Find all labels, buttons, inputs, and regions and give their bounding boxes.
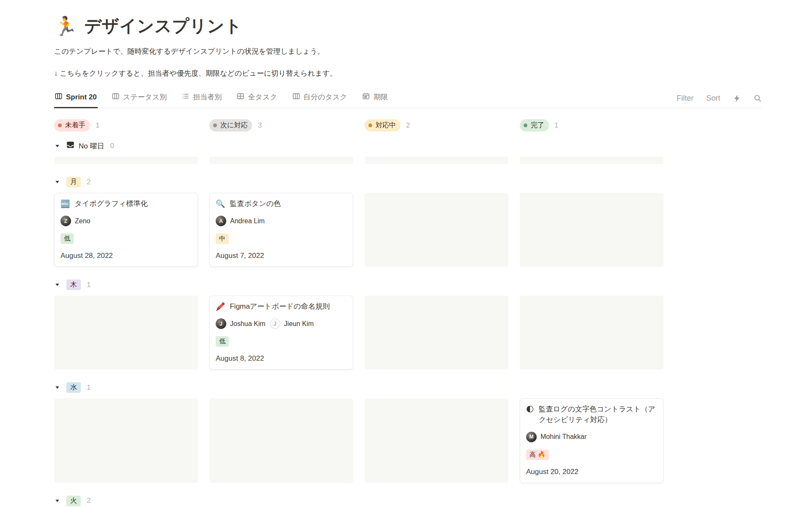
priority-tag: 低: [216, 336, 229, 347]
card-priority-row: 低: [216, 336, 347, 347]
column-count: 1: [554, 121, 558, 130]
priority-tag: 高 🔥: [526, 449, 549, 460]
card-priority-row: 低: [60, 233, 192, 244]
task-card[interactable]: 🖍️ Figmaアートボードの命名規則 J Joshua Kim J Jieun…: [209, 296, 353, 370]
group-thursday: 木 1 🖍️ Figmaアートボードの命名規則 J Joshua Kim: [54, 280, 664, 370]
board-icon: [55, 93, 62, 102]
empty-cell: [365, 296, 508, 370]
empty-cell: [520, 193, 664, 267]
group-header: No 曜日 0: [54, 141, 664, 151]
chevron-down-icon[interactable]: [54, 498, 60, 504]
card-assignees: J Joshua Kim J Jieun Kim: [216, 318, 347, 329]
tab-label: 全タスク: [248, 92, 277, 102]
card-title: 🌓 監査ログの文字色コントラスト（アクセシビリティ対応）: [526, 404, 657, 425]
group-wednesday: 水 1 🌓 監査ログの文字色コントラスト（アクセシビリティ対応） M Mohin…: [54, 382, 664, 482]
assignee-name: Andrea Lim: [230, 217, 265, 225]
empty-column-strip: [54, 156, 198, 164]
group-row: 🌓 監査ログの文字色コントラスト（アクセシビリティ対応） M Mohini Th…: [54, 398, 664, 482]
status-pill[interactable]: 未着手: [54, 119, 90, 132]
empty-column-strip: [209, 156, 353, 164]
group-header: 水 1: [54, 382, 664, 393]
bolt-icon[interactable]: [733, 94, 741, 102]
card-priority-row: 中: [216, 233, 347, 244]
status-pill[interactable]: 次に対応: [209, 119, 252, 132]
empty-cell: [365, 398, 508, 482]
status-dot: [58, 123, 62, 127]
view-tabs: Sprint 20 ステータス別 担当者別 全タスク 自分のタスク 期限: [54, 90, 389, 108]
status-dot: [368, 123, 372, 127]
half-moon-icon: 🌓: [526, 404, 534, 425]
group-pill: 火: [66, 496, 81, 506]
tab-sprint-20[interactable]: Sprint 20: [54, 90, 98, 108]
group-count: 1: [87, 384, 91, 392]
group-count: 1: [87, 281, 91, 289]
avatar: A: [216, 216, 226, 226]
group-pill: 月: [66, 177, 81, 187]
card-assignees: Z Zeno: [60, 216, 192, 226]
table-icon: [237, 93, 244, 102]
sort-button[interactable]: Sort: [706, 94, 720, 103]
task-card[interactable]: 🌓 監査ログの文字色コントラスト（アクセシビリティ対応） M Mohini Th…: [520, 398, 664, 482]
status-pill[interactable]: 完了: [520, 119, 549, 132]
group-header: 木 1: [54, 280, 664, 290]
filter-button[interactable]: Filter: [677, 94, 694, 103]
avatar: Z: [60, 216, 71, 226]
empty-cell: [209, 398, 353, 482]
page: 🏃 デザインスプリント このテンプレートで、随時変化するデザインスプリントの状況…: [0, 0, 812, 506]
search-icon[interactable]: [754, 94, 762, 102]
card-date: August 20, 2022: [526, 468, 657, 476]
group-row: [54, 156, 664, 164]
task-card[interactable]: 🔤 タイポグラフィ標準化 Z Zeno 低 August 28, 2022: [54, 193, 198, 267]
group-monday: 月 2 🔤 タイポグラフィ標準化 Z Zeno: [54, 177, 664, 267]
group-header: 火 2: [54, 496, 664, 506]
tab-deadline[interactable]: 期限: [362, 90, 389, 108]
card-date: August 8, 2022: [216, 354, 347, 363]
chevron-down-icon[interactable]: [54, 143, 60, 149]
tab-by-status[interactable]: ステータス別: [111, 90, 168, 108]
assignee: J Joshua Kim: [216, 318, 266, 329]
column-count: 1: [96, 121, 99, 130]
inbox-icon: [66, 141, 74, 151]
status-pill[interactable]: 対応中: [365, 119, 401, 132]
chevron-down-icon[interactable]: [54, 179, 60, 185]
column-header-up-next: 次に対応 3: [209, 119, 353, 132]
board-icon: [112, 93, 119, 102]
card-assignees: M Mohini Thakkar: [526, 432, 657, 442]
task-card[interactable]: 🔍 監査ボタンの色 A Andrea Lim 中 August 7, 2022: [209, 193, 353, 267]
tab-by-assignee[interactable]: 担当者別: [181, 90, 222, 108]
page-title-text: デザインスプリント: [84, 14, 242, 38]
group-header: 月 2: [54, 177, 664, 187]
column-count: 2: [406, 121, 410, 130]
calendar-icon: [362, 93, 370, 102]
priority-tag: 低: [60, 233, 74, 244]
empty-column-strip: [365, 156, 508, 164]
group-label: No 曜日: [66, 141, 104, 151]
empty-cell: [520, 296, 664, 370]
priority-tag: 中: [216, 233, 229, 244]
empty-column-strip: [520, 156, 664, 164]
card-date: August 28, 2022: [60, 252, 192, 260]
empty-cell: [54, 398, 198, 482]
column-count: 3: [258, 121, 261, 130]
assignee: A Andrea Lim: [216, 216, 265, 226]
group-pill: 木: [66, 280, 81, 290]
assignee-name: Zeno: [75, 217, 90, 225]
empty-cell: [365, 193, 508, 267]
chevron-down-icon[interactable]: [54, 384, 60, 391]
assignee: J Jieun Kim: [270, 318, 314, 329]
page-description: このテンプレートで、随時変化するデザインスプリントの状況を管理しましょう。: [54, 46, 762, 57]
assignee-name: Jieun Kim: [284, 320, 314, 328]
list-icon: [182, 93, 189, 102]
avatar: J: [270, 318, 280, 329]
tab-all-tasks[interactable]: 全タスク: [236, 90, 278, 108]
chevron-down-icon[interactable]: [54, 282, 60, 288]
tab-my-tasks[interactable]: 自分のタスク: [292, 90, 348, 108]
board-icon: [293, 93, 300, 102]
column-header-row: 未着手 1 次に対応 3 対応中 2 完了 1: [54, 119, 664, 132]
column-header-not-started: 未着手 1: [54, 119, 198, 132]
tab-label: 期限: [373, 92, 388, 102]
group-count: 2: [87, 496, 91, 505]
assignee: Z Zeno: [60, 216, 90, 226]
card-date: August 7, 2022: [216, 252, 347, 260]
magnifier-icon: 🔍: [216, 199, 225, 209]
